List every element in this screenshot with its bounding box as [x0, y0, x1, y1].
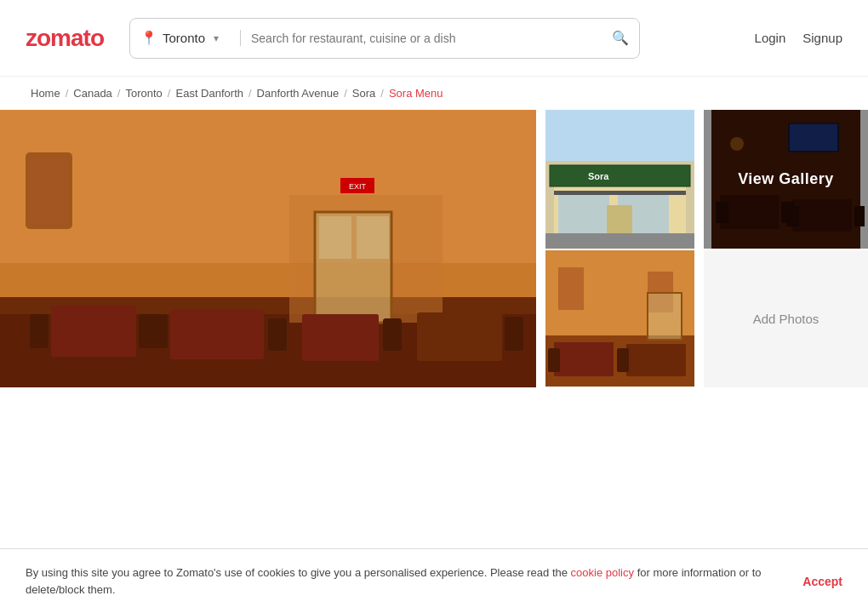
breadcrumb-toronto[interactable]: Toronto [125, 87, 162, 100]
header: zomato 📍 Toronto ▾ 🔍 Login Signup [0, 0, 868, 77]
svg-text:Sora: Sora [588, 171, 609, 181]
svg-rect-20 [505, 317, 523, 351]
main-photo[interactable]: EXIT [0, 110, 536, 387]
svg-rect-30 [550, 165, 690, 186]
svg-rect-53 [626, 344, 686, 376]
cookie-text: By using this site you agree to Zomato's… [26, 564, 777, 598]
breadcrumb-home[interactable]: Home [31, 87, 60, 100]
content-spacer [0, 387, 868, 556]
photo-grid: EXIT [0, 110, 868, 387]
breadcrumb: Home / Canada / Toronto / East Danforth … [0, 77, 868, 110]
orange-interior-photo[interactable] [538, 250, 702, 387]
svg-rect-25 [302, 314, 379, 361]
svg-rect-33 [558, 193, 609, 240]
search-icon: 🔍 [612, 30, 629, 46]
svg-rect-19 [383, 318, 402, 351]
cookie-text-before: By using this site you agree to Zomato's… [26, 566, 571, 579]
dropdown-arrow-icon: ▾ [214, 32, 219, 44]
breadcrumb-canada[interactable]: Canada [73, 87, 112, 100]
svg-rect-36 [545, 233, 694, 249]
location-pin-icon: 📍 [140, 30, 157, 46]
svg-rect-14 [417, 312, 502, 361]
photo-top-right: Sora [538, 110, 868, 249]
svg-rect-17 [149, 314, 168, 348]
svg-rect-22 [30, 157, 68, 225]
view-gallery-overlay[interactable]: View Gallery [704, 110, 868, 249]
location-text: Toronto [163, 31, 205, 45]
location-selector[interactable]: 📍 Toronto ▾ [130, 30, 241, 46]
login-button[interactable]: Login [755, 31, 786, 45]
logo-text: zomato [26, 25, 104, 51]
search-input-section: 🔍 [241, 30, 639, 46]
svg-rect-8 [357, 216, 389, 259]
view-gallery-label: View Gallery [738, 170, 834, 188]
svg-rect-24 [170, 310, 264, 359]
svg-rect-54 [554, 342, 614, 376]
search-bar: 📍 Toronto ▾ 🔍 [129, 18, 640, 59]
svg-rect-55 [548, 348, 560, 372]
breadcrumb-danforth-avenue[interactable]: Danforth Avenue [257, 87, 340, 100]
svg-rect-37 [554, 191, 686, 195]
search-input[interactable] [251, 32, 605, 45]
cookie-banner: By using this site you agree to Zomato's… [0, 548, 868, 613]
svg-rect-7 [319, 216, 351, 259]
svg-rect-59 [648, 293, 682, 340]
exterior-photo[interactable]: Sora [538, 110, 702, 249]
svg-rect-56 [617, 348, 629, 372]
svg-rect-18 [268, 318, 287, 351]
add-photos-cell[interactable]: Add Photos [704, 250, 868, 387]
breadcrumb-sora[interactable]: Sora [352, 87, 375, 100]
breadcrumb-current: Sora Menu [389, 87, 443, 100]
dark-interior-photo[interactable]: View Gallery [704, 110, 868, 249]
svg-rect-57 [558, 267, 584, 310]
add-photos-label: Add Photos [753, 312, 819, 326]
photo-bottom-right: Add Photos [538, 250, 868, 387]
auth-buttons: Login Signup [729, 31, 842, 45]
svg-rect-1 [0, 110, 536, 263]
svg-text:EXIT: EXIT [349, 182, 367, 191]
svg-rect-23 [51, 306, 136, 357]
breadcrumb-east-danforth[interactable]: East Danforth [175, 87, 243, 100]
signup-button[interactable]: Signup [802, 31, 842, 45]
photo-right-column: Sora [538, 110, 868, 387]
logo[interactable]: zomato [26, 25, 104, 52]
accept-button[interactable]: Accept [802, 575, 842, 588]
svg-rect-15 [30, 314, 49, 348]
cookie-policy-link[interactable]: cookie policy [571, 566, 634, 579]
